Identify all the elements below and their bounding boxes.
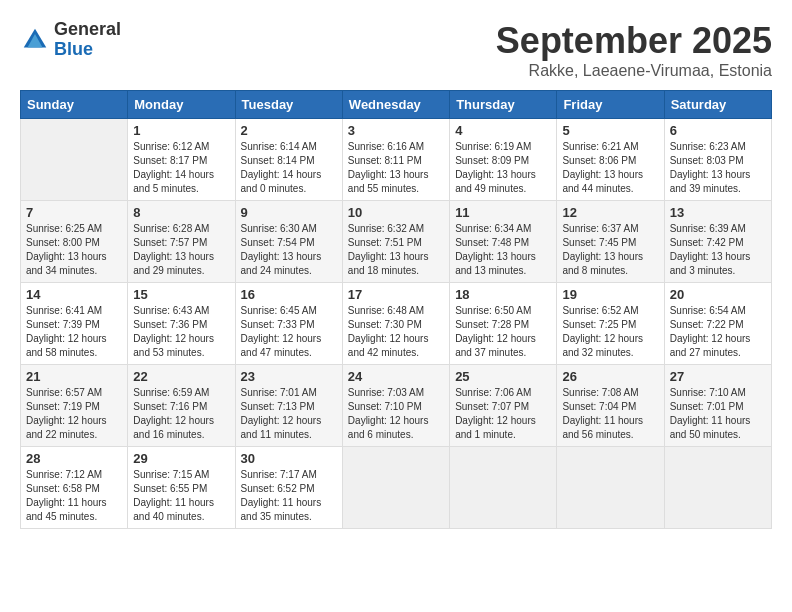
calendar-cell: 5Sunrise: 6:21 AMSunset: 8:06 PMDaylight… (557, 119, 664, 201)
day-number: 27 (670, 369, 766, 384)
day-number: 15 (133, 287, 229, 302)
logo-icon (20, 25, 50, 55)
calendar-cell: 14Sunrise: 6:41 AMSunset: 7:39 PMDayligh… (21, 283, 128, 365)
calendar-cell: 15Sunrise: 6:43 AMSunset: 7:36 PMDayligh… (128, 283, 235, 365)
day-number: 29 (133, 451, 229, 466)
day-info: Sunrise: 6:39 AMSunset: 7:42 PMDaylight:… (670, 222, 766, 278)
calendar-cell: 19Sunrise: 6:52 AMSunset: 7:25 PMDayligh… (557, 283, 664, 365)
calendar-cell (450, 447, 557, 529)
day-info: Sunrise: 6:19 AMSunset: 8:09 PMDaylight:… (455, 140, 551, 196)
weekday-header: Friday (557, 91, 664, 119)
day-number: 19 (562, 287, 658, 302)
day-info: Sunrise: 6:16 AMSunset: 8:11 PMDaylight:… (348, 140, 444, 196)
day-info: Sunrise: 6:45 AMSunset: 7:33 PMDaylight:… (241, 304, 337, 360)
day-number: 20 (670, 287, 766, 302)
day-info: Sunrise: 6:43 AMSunset: 7:36 PMDaylight:… (133, 304, 229, 360)
day-info: Sunrise: 6:25 AMSunset: 8:00 PMDaylight:… (26, 222, 122, 278)
day-number: 2 (241, 123, 337, 138)
day-number: 21 (26, 369, 122, 384)
calendar-cell: 27Sunrise: 7:10 AMSunset: 7:01 PMDayligh… (664, 365, 771, 447)
weekday-header-row: SundayMondayTuesdayWednesdayThursdayFrid… (21, 91, 772, 119)
calendar-cell: 11Sunrise: 6:34 AMSunset: 7:48 PMDayligh… (450, 201, 557, 283)
calendar-week-row: 21Sunrise: 6:57 AMSunset: 7:19 PMDayligh… (21, 365, 772, 447)
day-number: 13 (670, 205, 766, 220)
calendar-cell (21, 119, 128, 201)
day-number: 6 (670, 123, 766, 138)
calendar-cell: 7Sunrise: 6:25 AMSunset: 8:00 PMDaylight… (21, 201, 128, 283)
calendar-cell: 21Sunrise: 6:57 AMSunset: 7:19 PMDayligh… (21, 365, 128, 447)
calendar-cell: 12Sunrise: 6:37 AMSunset: 7:45 PMDayligh… (557, 201, 664, 283)
calendar-cell: 26Sunrise: 7:08 AMSunset: 7:04 PMDayligh… (557, 365, 664, 447)
logo-general-text: General (54, 20, 121, 40)
day-number: 28 (26, 451, 122, 466)
day-number: 17 (348, 287, 444, 302)
day-info: Sunrise: 7:10 AMSunset: 7:01 PMDaylight:… (670, 386, 766, 442)
day-number: 5 (562, 123, 658, 138)
day-number: 23 (241, 369, 337, 384)
calendar-cell: 1Sunrise: 6:12 AMSunset: 8:17 PMDaylight… (128, 119, 235, 201)
logo-text: General Blue (54, 20, 121, 60)
day-info: Sunrise: 7:17 AMSunset: 6:52 PMDaylight:… (241, 468, 337, 524)
location-subtitle: Rakke, Laeaene-Virumaa, Estonia (496, 62, 772, 80)
calendar-cell: 16Sunrise: 6:45 AMSunset: 7:33 PMDayligh… (235, 283, 342, 365)
calendar-table: SundayMondayTuesdayWednesdayThursdayFrid… (20, 90, 772, 529)
day-info: Sunrise: 6:32 AMSunset: 7:51 PMDaylight:… (348, 222, 444, 278)
day-info: Sunrise: 6:48 AMSunset: 7:30 PMDaylight:… (348, 304, 444, 360)
day-info: Sunrise: 6:21 AMSunset: 8:06 PMDaylight:… (562, 140, 658, 196)
calendar-cell (664, 447, 771, 529)
calendar-cell: 4Sunrise: 6:19 AMSunset: 8:09 PMDaylight… (450, 119, 557, 201)
weekday-header: Wednesday (342, 91, 449, 119)
day-number: 30 (241, 451, 337, 466)
calendar-cell: 25Sunrise: 7:06 AMSunset: 7:07 PMDayligh… (450, 365, 557, 447)
calendar-cell: 17Sunrise: 6:48 AMSunset: 7:30 PMDayligh… (342, 283, 449, 365)
day-info: Sunrise: 7:03 AMSunset: 7:10 PMDaylight:… (348, 386, 444, 442)
day-info: Sunrise: 6:54 AMSunset: 7:22 PMDaylight:… (670, 304, 766, 360)
day-number: 24 (348, 369, 444, 384)
calendar-cell: 3Sunrise: 6:16 AMSunset: 8:11 PMDaylight… (342, 119, 449, 201)
day-info: Sunrise: 6:34 AMSunset: 7:48 PMDaylight:… (455, 222, 551, 278)
calendar-cell: 28Sunrise: 7:12 AMSunset: 6:58 PMDayligh… (21, 447, 128, 529)
calendar-cell: 2Sunrise: 6:14 AMSunset: 8:14 PMDaylight… (235, 119, 342, 201)
day-info: Sunrise: 6:59 AMSunset: 7:16 PMDaylight:… (133, 386, 229, 442)
day-info: Sunrise: 6:50 AMSunset: 7:28 PMDaylight:… (455, 304, 551, 360)
day-number: 1 (133, 123, 229, 138)
month-title: September 2025 (496, 20, 772, 62)
calendar-week-row: 14Sunrise: 6:41 AMSunset: 7:39 PMDayligh… (21, 283, 772, 365)
day-number: 26 (562, 369, 658, 384)
day-info: Sunrise: 7:08 AMSunset: 7:04 PMDaylight:… (562, 386, 658, 442)
day-number: 4 (455, 123, 551, 138)
calendar-cell: 18Sunrise: 6:50 AMSunset: 7:28 PMDayligh… (450, 283, 557, 365)
day-info: Sunrise: 6:12 AMSunset: 8:17 PMDaylight:… (133, 140, 229, 196)
weekday-header: Tuesday (235, 91, 342, 119)
day-number: 18 (455, 287, 551, 302)
calendar-cell: 6Sunrise: 6:23 AMSunset: 8:03 PMDaylight… (664, 119, 771, 201)
logo: General Blue (20, 20, 121, 60)
day-info: Sunrise: 6:52 AMSunset: 7:25 PMDaylight:… (562, 304, 658, 360)
day-info: Sunrise: 6:57 AMSunset: 7:19 PMDaylight:… (26, 386, 122, 442)
page-header: General Blue September 2025 Rakke, Laeae… (20, 20, 772, 80)
day-number: 8 (133, 205, 229, 220)
calendar-cell: 24Sunrise: 7:03 AMSunset: 7:10 PMDayligh… (342, 365, 449, 447)
logo-blue-text: Blue (54, 40, 121, 60)
calendar-cell: 13Sunrise: 6:39 AMSunset: 7:42 PMDayligh… (664, 201, 771, 283)
day-number: 22 (133, 369, 229, 384)
calendar-week-row: 7Sunrise: 6:25 AMSunset: 8:00 PMDaylight… (21, 201, 772, 283)
day-info: Sunrise: 6:30 AMSunset: 7:54 PMDaylight:… (241, 222, 337, 278)
day-number: 3 (348, 123, 444, 138)
day-number: 7 (26, 205, 122, 220)
calendar-cell: 22Sunrise: 6:59 AMSunset: 7:16 PMDayligh… (128, 365, 235, 447)
day-number: 9 (241, 205, 337, 220)
day-info: Sunrise: 7:06 AMSunset: 7:07 PMDaylight:… (455, 386, 551, 442)
calendar-week-row: 1Sunrise: 6:12 AMSunset: 8:17 PMDaylight… (21, 119, 772, 201)
day-info: Sunrise: 7:15 AMSunset: 6:55 PMDaylight:… (133, 468, 229, 524)
calendar-cell (557, 447, 664, 529)
day-info: Sunrise: 6:23 AMSunset: 8:03 PMDaylight:… (670, 140, 766, 196)
calendar-cell: 8Sunrise: 6:28 AMSunset: 7:57 PMDaylight… (128, 201, 235, 283)
weekday-header: Thursday (450, 91, 557, 119)
weekday-header: Saturday (664, 91, 771, 119)
calendar-cell: 9Sunrise: 6:30 AMSunset: 7:54 PMDaylight… (235, 201, 342, 283)
day-info: Sunrise: 7:12 AMSunset: 6:58 PMDaylight:… (26, 468, 122, 524)
weekday-header: Sunday (21, 91, 128, 119)
day-number: 10 (348, 205, 444, 220)
calendar-cell (342, 447, 449, 529)
